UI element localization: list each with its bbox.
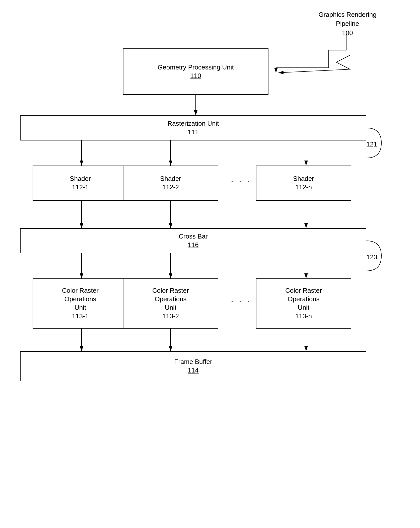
shader-dots: · · ·: [231, 176, 251, 186]
frame-buffer-box: Frame Buffer 114: [20, 351, 366, 381]
cro-dots: · · ·: [231, 296, 251, 307]
ref-123-label: 123: [366, 253, 377, 261]
pipeline-external-label: Graphics Rendering Pipeline 100: [316, 10, 379, 37]
shader-1-box: Shader 112-1: [33, 166, 128, 201]
crossbar-box: Cross Bar 116: [20, 228, 366, 253]
cro-2-box: Color Raster Operations Unit 113-2: [123, 278, 218, 329]
cro-n-box: Color Raster Operations Unit 113-n: [256, 278, 351, 329]
rasterization-unit-box: Rasterization Unit 111: [20, 115, 366, 140]
shader-2-box: Shader 112-2: [123, 166, 218, 201]
shader-n-box: Shader 112-n: [256, 166, 351, 201]
cro-1-box: Color Raster Operations Unit 113-1: [33, 278, 128, 329]
ref-121-label: 121: [366, 140, 377, 148]
geometry-processing-unit-box: Geometry Processing Unit 110: [123, 48, 268, 95]
diagram: Graphics Rendering Pipeline 100 Geometry…: [0, 0, 420, 528]
